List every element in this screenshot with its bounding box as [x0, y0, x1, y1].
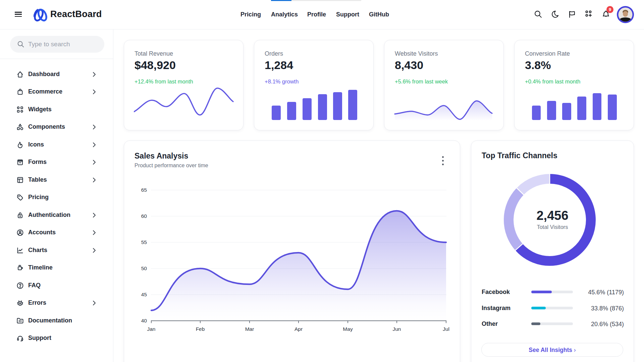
svg-text:Jun: Jun: [393, 326, 401, 332]
svg-text:50: 50: [141, 265, 147, 271]
svg-text:40: 40: [141, 318, 147, 323]
svg-text:45: 45: [141, 292, 147, 297]
svg-text:55: 55: [141, 239, 147, 245]
svg-text:Feb: Feb: [196, 326, 205, 332]
svg-text:60: 60: [141, 213, 147, 219]
svg-text:Mar: Mar: [245, 326, 254, 332]
svg-text:Jul: Jul: [443, 326, 449, 332]
svg-text:Jan: Jan: [147, 326, 156, 332]
svg-text:Apr: Apr: [294, 326, 303, 332]
svg-text:65: 65: [141, 187, 147, 193]
svg-text:May: May: [343, 326, 353, 332]
